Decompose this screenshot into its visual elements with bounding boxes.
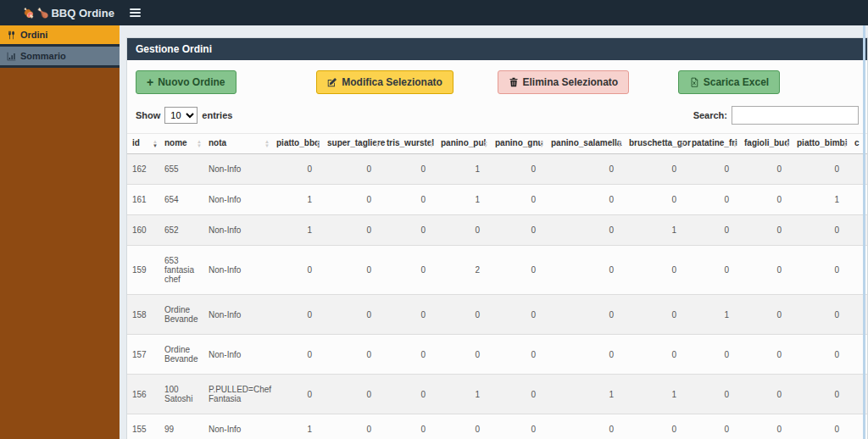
- cell-piatto_bimbi: 0: [792, 246, 849, 295]
- cell-piatto_bbq: 0: [271, 295, 322, 335]
- column-header-nota[interactable]: nota▲▼: [203, 134, 271, 154]
- cell-piatto_bimbi: 0: [792, 154, 849, 185]
- cell-piatto_bbq: 0: [271, 375, 322, 414]
- column-header-id[interactable]: id▲▼: [127, 134, 159, 154]
- cell-nota: P.PULLED=Chef Fantasia: [203, 375, 271, 414]
- cell-fagioli_bud: 0: [739, 246, 792, 295]
- sort-icon: ▲▼: [843, 140, 848, 148]
- app-brand[interactable]: 🍖 🍗 BBQ Ordine: [0, 7, 114, 19]
- cell-patatine_fri: 0: [687, 414, 739, 439]
- cell-nome: Ordine Bevande: [159, 335, 203, 375]
- column-header-panino_pul[interactable]: panino_pul▲▼: [436, 134, 490, 154]
- cell-nome: 652: [159, 215, 203, 246]
- cell-nota: Non-Info: [203, 215, 271, 246]
- cell-piatto_bbq: 0: [271, 246, 322, 295]
- table-row[interactable]: 160652Non-Info1000001000: [127, 215, 867, 246]
- column-header-bruschetta_gor[interactable]: bruschetta_gor▲▼: [624, 134, 687, 154]
- cell-panino_gnu: 0: [490, 185, 546, 215]
- page-length-select[interactable]: 10: [164, 107, 198, 124]
- sidebar-toggle-button[interactable]: [126, 5, 144, 20]
- table-row[interactable]: 162655Non-Info0001000000: [127, 154, 867, 185]
- cell-piatto_bimbi: 0: [792, 375, 849, 414]
- cell-tris_wurstel: 0: [381, 215, 436, 246]
- table-row[interactable]: 15599Non-Info1000000000: [127, 414, 867, 439]
- cell-bruschetta_gor: 1: [624, 375, 687, 414]
- column-header-fagioli_bud[interactable]: fagioli_bud▲▼: [739, 134, 792, 154]
- sort-icon: ▲▼: [153, 140, 158, 148]
- delete-selected-button[interactable]: Elimina Selezionato: [498, 70, 630, 94]
- column-header-panino_gnu[interactable]: panino_gnu▲▼: [490, 134, 546, 154]
- cell-patatine_fri: 0: [687, 185, 739, 215]
- cell-nome: 654: [159, 185, 203, 215]
- cell-super_tagliere: 0: [322, 215, 381, 246]
- bar-chart-icon: [7, 52, 16, 61]
- table-row[interactable]: 156100 SatoshiP.PULLED=Chef Fantasia0001…: [127, 375, 867, 414]
- sort-icon: ▲▼: [617, 140, 622, 148]
- cell-panino_pul: 0: [436, 295, 490, 335]
- search-label: Search:: [693, 110, 727, 120]
- cell-fagioli_bud: 0: [739, 154, 792, 185]
- cell-fagioli_bud: 0: [739, 375, 792, 414]
- column-label: fagioli_bud: [744, 138, 789, 147]
- new-order-button[interactable]: + Nuovo Ordine: [136, 70, 236, 94]
- cell-bruschetta_gor: 0: [624, 414, 687, 439]
- orders-table: id▲▼nome▲▼nota▲▼piatto_bbq▲▼super_taglie…: [127, 133, 867, 439]
- table-row[interactable]: 161654Non-Info1001000001: [127, 185, 867, 215]
- search-input[interactable]: [732, 106, 859, 125]
- cell-panino_gnu: 0: [490, 295, 546, 335]
- table-row[interactable]: 159653 fantasia chefNon-Info0002000000: [127, 246, 867, 295]
- app-title: BBQ Ordine: [51, 7, 114, 19]
- poultry-leg-icon: 🍗: [37, 8, 49, 19]
- column-label: tris_wurstel: [387, 138, 434, 147]
- cell-super_tagliere: 0: [322, 414, 381, 439]
- cell-id: 158: [127, 295, 159, 335]
- orders-panel: Gestione Ordini + Nuovo Ordine Modifica …: [126, 37, 868, 439]
- table-row[interactable]: 157Ordine BevandeNon-Info0000000000: [127, 335, 867, 375]
- cell-nome: 655: [159, 154, 203, 185]
- cell-panino_pul: 1: [436, 185, 490, 215]
- excel-file-icon: [689, 77, 699, 87]
- cell-panino_salamella: 0: [546, 414, 624, 439]
- column-label: piatto_bbq: [276, 138, 320, 147]
- cell-panino_salamella: 0: [546, 246, 624, 295]
- column-header-nome[interactable]: nome▲▼: [159, 134, 203, 154]
- sort-icon: ▲▼: [264, 140, 270, 148]
- sort-icon: ▲▼: [680, 140, 685, 148]
- column-header-piatto_bimbi[interactable]: piatto_bimbi▲▼: [792, 134, 849, 154]
- cell-patatine_fri: 0: [687, 375, 739, 414]
- cell-id: 156: [127, 375, 159, 414]
- column-label: panino_salamella: [551, 138, 621, 147]
- cell-nota: Non-Info: [203, 185, 271, 215]
- cell-panino_salamella: 1: [546, 375, 624, 414]
- cell-panino_salamella: 0: [546, 335, 624, 375]
- cell-super_tagliere: 0: [322, 185, 381, 215]
- cell-super_tagliere: 0: [322, 335, 381, 375]
- cell-panino_gnu: 0: [490, 414, 546, 439]
- cell-tris_wurstel: 0: [381, 414, 436, 439]
- sidebar-item-sommario[interactable]: Sommario: [0, 47, 120, 68]
- cell-panino_salamella: 0: [546, 154, 624, 185]
- table-row[interactable]: 158Ordine BevandeNon-Info0000000100: [127, 295, 867, 335]
- cell-super_tagliere: 0: [322, 295, 381, 335]
- column-header-piatto_bbq[interactable]: piatto_bbq▲▼: [271, 134, 322, 154]
- edit-selected-button[interactable]: Modifica Selezionato: [316, 70, 453, 94]
- column-header-super_tagliere[interactable]: super_tagliere▲▼: [322, 134, 381, 154]
- sidebar-item-label: Sommario: [20, 51, 66, 61]
- cell-tris_wurstel: 0: [381, 375, 436, 414]
- hamburger-icon: [130, 8, 141, 10]
- column-label: nota: [209, 138, 226, 147]
- column-header-tris_wurstel[interactable]: tris_wurstel▲▼: [381, 134, 436, 154]
- sort-icon: ▲▼: [539, 140, 544, 148]
- cell-tris_wurstel: 0: [381, 246, 436, 295]
- cell-panino_salamella: 0: [546, 215, 624, 246]
- sidebar: Ordini Sommario: [0, 25, 120, 439]
- download-excel-button[interactable]: Scarica Excel: [678, 70, 780, 94]
- cell-super_tagliere: 0: [322, 246, 381, 295]
- table-scroll-area[interactable]: id▲▼nome▲▼nota▲▼piatto_bbq▲▼super_taglie…: [127, 133, 867, 439]
- column-header-panino_salamella[interactable]: panino_salamella▲▼: [546, 134, 624, 154]
- cell-panino_pul: 1: [436, 375, 490, 414]
- column-header-patatine_fri[interactable]: patatine_fri▲▼: [687, 134, 739, 154]
- sidebar-item-ordini[interactable]: Ordini: [0, 25, 120, 47]
- main-content: Gestione Ordini + Nuovo Ordine Modifica …: [120, 25, 868, 439]
- trash-icon: [509, 77, 519, 87]
